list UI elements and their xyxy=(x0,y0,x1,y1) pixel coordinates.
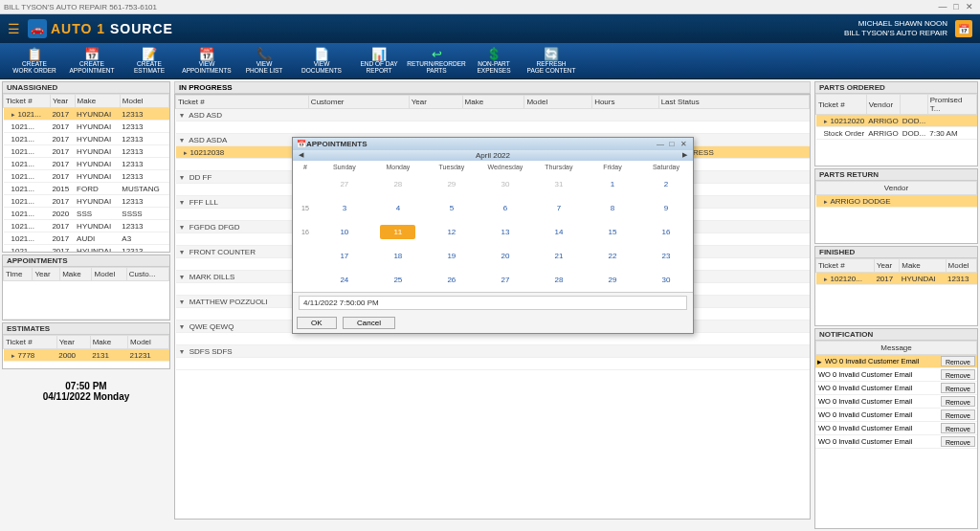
remove-button[interactable]: Remove xyxy=(941,369,975,380)
column-header[interactable]: Make xyxy=(60,268,92,281)
table-row[interactable]: 10212020ARRIGODOD... xyxy=(816,115,977,127)
collapse-icon[interactable]: ▾ xyxy=(180,298,188,306)
table-row[interactable] xyxy=(4,281,169,320)
column-header[interactable]: Ticket # xyxy=(816,95,867,115)
calendar-day[interactable]: 27 xyxy=(318,172,371,196)
collapse-icon[interactable]: ▾ xyxy=(180,347,188,356)
remove-button[interactable]: Remove xyxy=(941,423,975,433)
calendar-day[interactable]: 26 xyxy=(425,268,479,292)
column-header[interactable]: Make xyxy=(90,336,127,349)
parts-return-table[interactable]: Vendor ARRIGO DODGE xyxy=(815,181,977,208)
calendar-day[interactable]: 19 xyxy=(425,244,479,268)
toolbar-button[interactable]: 📊 END OF DAY REPORT xyxy=(350,46,408,76)
table-row[interactable]: 1021...2017HYUNDAI12313 xyxy=(4,245,169,253)
calendar-day[interactable]: 7 xyxy=(532,196,586,220)
table-row[interactable]: 1021...2017HYUNDAI12313 xyxy=(4,145,169,158)
notification-row[interactable]: ▸ WO 0 Invalid Customer Email Remove xyxy=(815,355,977,368)
table-row[interactable]: 1021...2017AUDIA3 xyxy=(4,232,169,245)
calendar-day[interactable]: 5 xyxy=(425,196,479,220)
notification-row[interactable]: WO 0 Invalid Customer Email Remove xyxy=(815,409,977,422)
modal-min-button[interactable]: — xyxy=(655,140,666,148)
column-header[interactable]: Make xyxy=(75,95,120,108)
calendar-day[interactable]: 18 xyxy=(371,244,425,268)
table-row[interactable]: 1021...2017HYUNDAI12313 xyxy=(4,121,169,133)
calendar-day[interactable]: 6 xyxy=(479,196,532,220)
column-header[interactable]: Year xyxy=(56,336,90,349)
column-header[interactable]: Time xyxy=(4,268,33,281)
column-header[interactable]: Custo... xyxy=(126,268,168,281)
table-row[interactable]: 102120...2017HYUNDAI12313 xyxy=(816,273,977,285)
table-row[interactable]: 1021...2017HYUNDAI12313 xyxy=(4,220,169,232)
unassigned-table[interactable]: Ticket #YearMakeModel 1021...2017HYUNDAI… xyxy=(3,94,169,252)
window-max-button[interactable]: □ xyxy=(949,2,963,11)
table-row[interactable] xyxy=(176,122,810,134)
column-header[interactable]: Model xyxy=(524,96,592,109)
toolbar-button[interactable]: 📄 VIEW DOCUMENTS xyxy=(293,46,350,76)
table-row[interactable]: 1021...2017HYUNDAI12313 xyxy=(4,108,169,121)
table-row[interactable]: 1021...2017HYUNDAI12313 xyxy=(4,195,169,208)
calendar-day[interactable]: 11 xyxy=(371,220,425,244)
collapse-icon[interactable]: ▾ xyxy=(180,223,188,232)
column-header[interactable]: Ticket # xyxy=(4,336,57,349)
column-header[interactable]: Model xyxy=(120,95,168,108)
remove-button[interactable]: Remove xyxy=(941,396,975,407)
calendar-day[interactable]: 1 xyxy=(586,172,639,196)
calendar-day[interactable]: 2 xyxy=(639,172,693,196)
table-row[interactable]: 1021...2020SSSSSSS xyxy=(4,208,169,220)
collapse-icon[interactable]: ▾ xyxy=(180,322,188,331)
modal-close-button[interactable]: ✕ xyxy=(678,140,689,148)
calendar-day[interactable]: 29 xyxy=(425,172,479,196)
calendar-day[interactable]: 15 xyxy=(586,220,639,244)
group-row[interactable]: ▾ SDFS SDFS xyxy=(176,345,810,358)
toolbar-button[interactable]: 📋 CREATE WORK ORDER xyxy=(6,46,63,76)
calendar-day[interactable]: 13 xyxy=(479,220,532,244)
modal-max-button[interactable]: □ xyxy=(666,140,678,148)
collapse-icon[interactable]: ▾ xyxy=(180,198,188,207)
table-row[interactable]: 1021...2015FORDMUSTANG xyxy=(4,183,169,195)
calendar-day[interactable]: 24 xyxy=(318,268,371,292)
calendar-day[interactable]: 9 xyxy=(639,196,693,220)
notification-row[interactable]: WO 0 Invalid Customer Email Remove xyxy=(815,368,977,382)
column-header[interactable]: Vendor xyxy=(866,95,901,115)
column-header[interactable]: Message xyxy=(816,342,977,355)
column-header[interactable]: Year xyxy=(409,96,462,109)
table-row[interactable]: Stock OrderARRIGODOD...7:30 AM xyxy=(816,127,977,140)
calendar-day[interactable]: 29 xyxy=(586,268,639,292)
calendar-day[interactable]: 12 xyxy=(425,220,479,244)
group-row[interactable]: ▾ ASD ASD xyxy=(176,109,810,122)
column-header[interactable]: Year xyxy=(874,259,899,273)
calendar-day[interactable]: 4 xyxy=(371,196,425,220)
column-header[interactable]: Hours xyxy=(592,96,659,109)
calendar-day[interactable]: 23 xyxy=(639,244,693,268)
toolbar-button[interactable]: 💲 NON-PART EXPENSES xyxy=(465,46,523,76)
ok-button[interactable]: OK xyxy=(297,317,337,329)
remove-button[interactable]: Remove xyxy=(941,356,975,366)
column-header[interactable]: Model xyxy=(92,268,126,281)
table-row[interactable]: ARRIGO DODGE xyxy=(816,195,977,208)
calendar-day[interactable]: 30 xyxy=(479,172,532,196)
parts-ordered-table[interactable]: Ticket #VendorPromised T... 10212020ARRI… xyxy=(815,94,977,140)
window-close-button[interactable]: ✕ xyxy=(963,2,976,11)
table-row[interactable] xyxy=(176,333,810,345)
table-row[interactable]: 77782000213121231 xyxy=(4,349,169,362)
collapse-icon[interactable]: ▾ xyxy=(180,273,188,281)
column-header[interactable]: Ticket # xyxy=(4,95,51,108)
column-header[interactable]: Vendor xyxy=(816,182,977,195)
notification-row[interactable]: WO 0 Invalid Customer Email Remove xyxy=(815,382,977,395)
column-header[interactable]: Ticket # xyxy=(816,259,875,273)
calendar-day[interactable]: 3 xyxy=(318,196,371,220)
column-header[interactable]: Model xyxy=(128,336,169,349)
column-header[interactable]: Promised T... xyxy=(927,95,976,115)
calendar-day[interactable]: 17 xyxy=(318,244,371,268)
notification-row[interactable]: WO 0 Invalid Customer Email Remove xyxy=(815,435,977,449)
calendar-day[interactable]: 16 xyxy=(639,220,693,244)
collapse-icon[interactable]: ▾ xyxy=(180,136,188,144)
column-header[interactable]: Last Status xyxy=(658,96,809,109)
column-header[interactable] xyxy=(901,95,927,115)
collapse-icon[interactable]: ▾ xyxy=(180,173,188,182)
column-header[interactable]: Year xyxy=(50,95,75,108)
calendar-day[interactable]: 27 xyxy=(479,268,532,292)
calendar-grid[interactable]: #SundayMondayTuesdayWednesdayThursdayFri… xyxy=(293,161,693,292)
toolbar-button[interactable]: 📅 CREATE APPOINTMENT xyxy=(63,46,121,76)
toolbar-button[interactable]: 📝 CREATE ESTIMATE xyxy=(121,46,178,76)
